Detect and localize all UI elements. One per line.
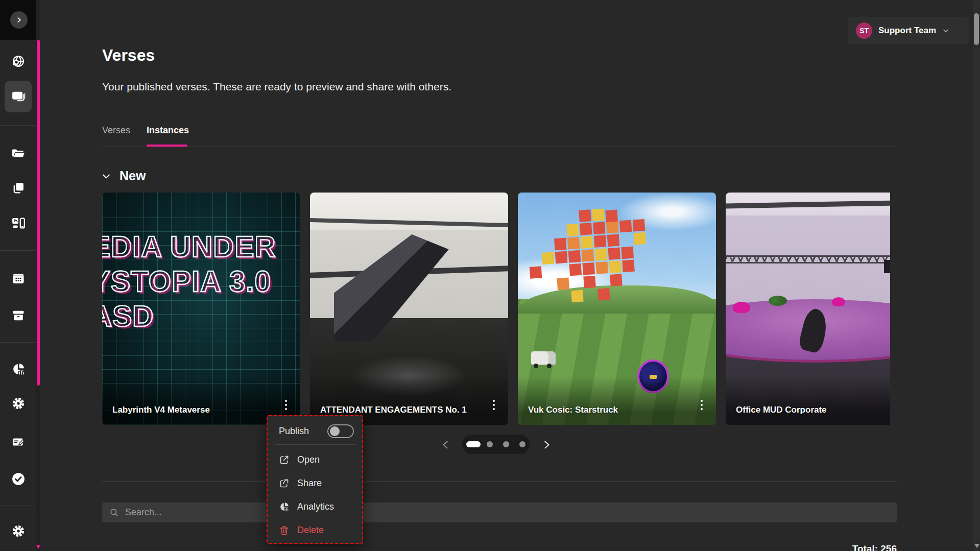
gallery-layout-icon [11, 215, 26, 231]
sidebar-item-settings-bottom[interactable] [0, 518, 36, 544]
sidebar-item-gallery[interactable] [0, 210, 36, 236]
archive-box-icon [11, 308, 26, 323]
sidebar-scrollbar-thumb[interactable] [37, 40, 40, 386]
window-scrollbar-arrow-icon[interactable] [974, 544, 979, 548]
page-dot-active[interactable] [466, 441, 481, 447]
chevron-down-icon [101, 171, 111, 181]
search-bar [102, 502, 897, 522]
sidebar-item-calendar[interactable] [0, 265, 36, 292]
context-menu-item-label: Open [297, 454, 320, 465]
window-scrollbar[interactable] [973, 0, 980, 551]
carousel-page-dots [462, 435, 530, 454]
tab-instances[interactable]: Instances [147, 125, 189, 136]
sidebar [0, 0, 36, 551]
verses-stack-icon [11, 89, 26, 104]
card-title: Vuk Cosic: Starstruck [528, 403, 689, 417]
page-dot[interactable] [519, 441, 525, 447]
user-menu[interactable]: ST Support Team [848, 17, 969, 44]
carousel-prev-button[interactable] [438, 437, 453, 452]
verse-card[interactable]: EDIA UNDER YSTOPIA 3.0 ASD Labyrinth V4 … [102, 193, 300, 425]
verse-card[interactable]: Office MUD Corporate [726, 193, 890, 425]
avatar: ST [856, 22, 872, 39]
sidebar-expand-button[interactable] [10, 11, 28, 29]
chevron-right-icon [15, 16, 22, 23]
search-icon [109, 508, 119, 517]
page-dot[interactable] [487, 441, 493, 447]
card-title: Office MUD Corporate [736, 403, 890, 417]
sidebar-item-explore[interactable] [0, 48, 36, 75]
sidebar-divider [0, 125, 36, 126]
total-count: Total: 256 [848, 543, 897, 551]
user-name: Support Team [878, 26, 936, 36]
context-menu-item-share[interactable]: Share [268, 471, 362, 495]
toggle-knob [330, 426, 340, 436]
chevron-left-icon [440, 439, 451, 450]
copy-pages-icon [11, 181, 26, 195]
search-input[interactable] [125, 507, 890, 518]
card-kebab-menu-icon[interactable] [279, 396, 293, 414]
chevron-right-icon [541, 439, 552, 450]
page-title: Verses [102, 46, 155, 65]
verse-card[interactable]: Vuk Cosic: Starstruck [518, 193, 716, 425]
sidebar-item-verses[interactable] [0, 83, 36, 110]
context-menu-item-label: Delete [297, 525, 324, 536]
calendar-grid-icon [11, 271, 26, 285]
sidebar-scrollbar[interactable] [36, 0, 40, 551]
card-title-gradient [518, 376, 716, 425]
gear-icon [11, 396, 26, 411]
tab-verses[interactable]: Verses [102, 125, 130, 136]
tabs-divider [102, 147, 897, 147]
sidebar-divider [0, 250, 36, 251]
card-context-menu: Publish Open Share Analytics [267, 415, 363, 544]
publish-label: Publish [279, 426, 309, 437]
check-circle-icon [11, 471, 26, 487]
verse-card[interactable]: ATTENDANT ENGAGEMENTS No. 1 [310, 193, 508, 425]
sidebar-item-analytics[interactable] [0, 356, 36, 382]
share-icon [279, 478, 290, 489]
context-menu-item-label: Analytics [297, 501, 334, 512]
analytics-pie-icon [279, 501, 290, 512]
card-title: Labyrinth V4 Metaverse [112, 403, 274, 417]
context-menu-item-delete[interactable]: Delete [268, 518, 362, 542]
trash-icon [279, 525, 290, 536]
section-divider [102, 481, 897, 482]
sidebar-item-notes[interactable] [0, 428, 36, 455]
app-screen: ST Support Team Verses Your published ve… [0, 0, 980, 551]
analytics-pie-icon [11, 362, 26, 376]
context-menu-item-analytics[interactable]: Analytics [268, 495, 362, 518]
context-menu-divider [275, 444, 355, 445]
sidebar-header [0, 0, 40, 40]
card-kebab-menu-icon[interactable] [695, 396, 709, 414]
section-header-new[interactable]: New [101, 169, 146, 183]
sidebar-item-settings[interactable] [0, 390, 36, 417]
page-subtitle: Your published verses. These are ready t… [102, 81, 451, 93]
sidebar-item-copies[interactable] [0, 175, 36, 201]
context-menu-publish-row: Publish [268, 421, 362, 443]
external-link-icon [279, 454, 290, 465]
page-dot[interactable] [503, 441, 509, 447]
sidebar-divider [0, 342, 36, 343]
section-title: New [119, 169, 146, 183]
context-menu-item-label: Share [297, 478, 322, 489]
card-kebab-menu-icon[interactable] [487, 396, 501, 414]
card-title-gradient [726, 376, 890, 425]
chevron-down-icon [942, 27, 949, 34]
sidebar-item-folder[interactable] [0, 140, 36, 166]
sidebar-divider [0, 506, 36, 506]
publish-toggle[interactable] [327, 424, 354, 438]
sidebar-scrollbar-arrow-icon[interactable] [36, 545, 40, 549]
card-edit-icon [11, 435, 26, 449]
context-menu-item-open[interactable]: Open [268, 448, 362, 471]
verse-card-carousel: EDIA UNDER YSTOPIA 3.0 ASD Labyrinth V4 … [102, 193, 890, 425]
gear-icon [11, 524, 26, 538]
sidebar-item-archive[interactable] [0, 302, 36, 329]
folder-open-icon [11, 146, 26, 160]
sidebar-item-tasks[interactable] [0, 466, 36, 492]
window-scrollbar-thumb[interactable] [974, 13, 979, 45]
globe-search-icon [11, 54, 26, 68]
carousel-next-button[interactable] [539, 437, 554, 452]
